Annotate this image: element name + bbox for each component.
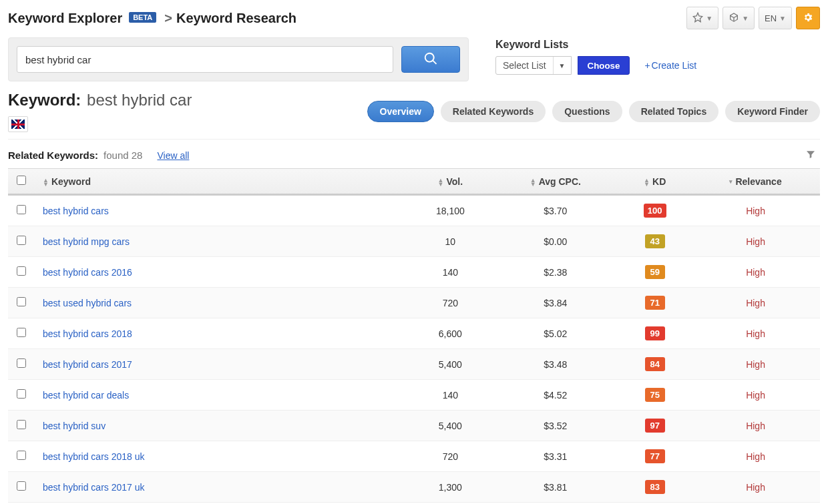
row-checkbox[interactable]	[17, 420, 26, 429]
row-checkbox[interactable]	[17, 481, 26, 491]
cell-volume: 140	[408, 257, 492, 288]
keyword-link[interactable]: best hybrid suv	[43, 421, 106, 431]
table-row: best hybrid cars 20175,400$3.4884High	[8, 349, 820, 380]
cell-kd: 71	[618, 288, 691, 318]
create-list-link[interactable]: +Create List	[644, 60, 696, 71]
row-checkbox[interactable]	[17, 451, 26, 460]
kd-badge: 59	[645, 265, 665, 279]
table-row: best used hybrid cars720$3.8471High	[8, 288, 820, 318]
select-list-dropdown[interactable]: Select List ▼	[495, 56, 572, 75]
cell-kd: 97	[618, 411, 691, 441]
kd-badge: 83	[645, 480, 665, 494]
table-row: best hybrid cars 2016140$2.3859High	[8, 257, 820, 288]
caret-down-icon: ▼	[706, 15, 712, 22]
caret-down-icon: ▼	[779, 15, 786, 22]
cell-relevance: High	[691, 349, 820, 380]
cell-relevance: High	[691, 257, 820, 288]
row-checkbox[interactable]	[17, 389, 26, 399]
tab-related-keywords[interactable]: Related Keywords	[441, 101, 546, 122]
col-volume[interactable]: ▲▼Vol.	[408, 169, 492, 195]
cell-relevance: High	[691, 472, 820, 503]
sort-icon: ▲▼	[43, 178, 49, 186]
keyword-link[interactable]: best hybrid cars 2017 uk	[43, 482, 145, 493]
favorite-button[interactable]: ▼	[686, 7, 718, 29]
cell-relevance: High	[691, 288, 820, 318]
filter-button[interactable]	[805, 149, 820, 162]
search-input[interactable]	[17, 46, 393, 73]
keyword-value: best hybrid car	[87, 91, 192, 109]
table-row: best hybrid mpg cars10$0.0043High	[8, 226, 820, 257]
cell-kd: 99	[618, 318, 691, 349]
cell-volume: 720	[408, 288, 492, 318]
sort-icon: ▲▼	[644, 178, 650, 186]
col-keyword[interactable]: ▲▼Keyword	[35, 169, 408, 195]
caret-down-icon: ▼	[742, 15, 749, 22]
page-title: Keyword: best hybrid car	[8, 91, 192, 109]
section-title: Related Keywords:	[8, 150, 98, 161]
breadcrumb-separator: >	[164, 11, 172, 26]
choose-button[interactable]: Choose	[578, 56, 630, 75]
kd-badge: 71	[645, 296, 665, 310]
cell-volume: 5,400	[408, 411, 492, 441]
breadcrumb-section[interactable]: Keyword Research	[176, 11, 296, 26]
section-count: found 28	[104, 150, 142, 161]
cell-kd: 77	[618, 441, 691, 472]
keyword-link[interactable]: best used hybrid cars	[43, 298, 132, 308]
select-all-checkbox[interactable]	[17, 176, 26, 185]
table-row: best hybrid suv5,400$3.5297High	[8, 411, 820, 441]
funnel-icon	[805, 151, 816, 162]
cell-relevance: High	[691, 380, 820, 411]
cell-volume: 6,600	[408, 318, 492, 349]
col-kd[interactable]: ▲▼KD	[618, 169, 691, 195]
row-checkbox[interactable]	[17, 297, 26, 306]
cell-cpc: $3.48	[492, 349, 618, 380]
keyword-link[interactable]: best hybrid cars 2017	[43, 359, 132, 370]
cell-kd: 59	[618, 257, 691, 288]
settings-button[interactable]	[796, 7, 820, 29]
table-row: best hybrid cars 2018 uk720$3.3177High	[8, 441, 820, 472]
cell-relevance: High	[691, 411, 820, 441]
col-cpc[interactable]: ▲▼Avg CPC.	[492, 169, 618, 195]
row-checkbox[interactable]	[17, 266, 26, 276]
keyword-link[interactable]: best hybrid cars 2018	[43, 328, 132, 339]
keyword-link[interactable]: best hybrid cars 2016	[43, 267, 132, 278]
row-checkbox[interactable]	[17, 205, 26, 214]
cell-kd: 100	[618, 195, 691, 226]
keywords-table: ▲▼Keyword ▲▼Vol. ▲▼Avg CPC. ▲▼KD ▾Releva…	[8, 168, 820, 503]
cube-icon	[729, 12, 739, 25]
row-checkbox[interactable]	[17, 328, 26, 337]
sort-icon: ▾	[729, 179, 733, 185]
language-button[interactable]: EN ▼	[759, 7, 792, 29]
tab-overview[interactable]: Overview	[367, 101, 434, 122]
cell-cpc: $0.00	[492, 226, 618, 257]
kd-badge: 99	[645, 326, 665, 340]
tab-related-topics[interactable]: Related Topics	[629, 101, 719, 122]
select-list-value: Select List	[496, 60, 553, 71]
tab-questions[interactable]: Questions	[552, 101, 622, 122]
kd-badge: 100	[644, 204, 666, 218]
cell-kd: 43	[618, 226, 691, 257]
keyword-link[interactable]: best hybrid cars	[43, 206, 109, 216]
keyword-link[interactable]: best hybrid mpg cars	[43, 236, 130, 247]
row-checkbox[interactable]	[17, 358, 26, 368]
search-button[interactable]	[401, 46, 460, 73]
cell-volume: 18,100	[408, 195, 492, 226]
language-label: EN	[765, 13, 777, 23]
tab-keyword-finder[interactable]: Keyword Finder	[725, 101, 820, 122]
cell-relevance: High	[691, 318, 820, 349]
table-row: best hybrid cars 20186,600$5.0299High	[8, 318, 820, 349]
cell-volume: 140	[408, 380, 492, 411]
col-relevance[interactable]: ▾Relevance	[691, 169, 820, 195]
cell-cpc: $3.84	[492, 288, 618, 318]
search-bar	[8, 37, 469, 81]
cell-cpc: $4.52	[492, 380, 618, 411]
keyword-link[interactable]: best hybrid cars 2018 uk	[43, 451, 145, 462]
cube-button[interactable]: ▼	[722, 7, 755, 29]
region-flag[interactable]	[8, 116, 28, 132]
keyword-link[interactable]: best hybrid car deals	[43, 390, 129, 401]
app-title[interactable]: Keyword Explorer	[8, 11, 122, 26]
cell-relevance: High	[691, 195, 820, 226]
view-all-link[interactable]: View all	[157, 150, 189, 161]
row-checkbox[interactable]	[17, 236, 26, 245]
cell-relevance: High	[691, 226, 820, 257]
